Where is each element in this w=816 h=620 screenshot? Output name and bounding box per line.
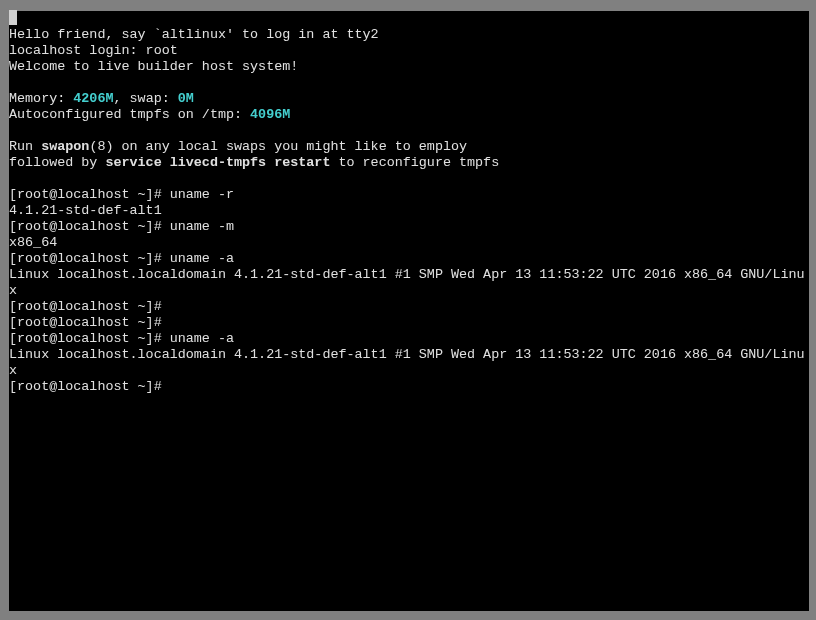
cursor <box>9 10 17 25</box>
tty-screen[interactable]: Hello friend, say `altlinux' to log in a… <box>9 11 809 611</box>
terminal-line: Linux localhost.localdomain 4.1.21-std-d… <box>9 347 809 379</box>
text-run: 4206M <box>73 91 113 106</box>
terminal-line: Memory: 4206M, swap: 0M <box>9 91 809 107</box>
terminal-line <box>9 75 809 91</box>
terminal-line: [root@localhost ~]# <box>9 315 809 331</box>
terminal-line: 4.1.21-std-def-alt1 <box>9 203 809 219</box>
text-run: [root@localhost ~]# uname -r <box>9 187 234 202</box>
text-run: (8) on any local swaps you might like to… <box>89 139 467 154</box>
text-run: [root@localhost ~]# <box>9 379 170 394</box>
terminal-line: [root@localhost ~]# uname -a <box>9 251 809 267</box>
terminal-line: [root@localhost ~]# uname -m <box>9 219 809 235</box>
text-run: [root@localhost ~]# <box>9 315 170 330</box>
terminal-line <box>9 123 809 139</box>
text-run: [root@localhost ~]# uname -a <box>9 331 234 346</box>
text-run: swapon <box>41 139 89 154</box>
text-run: [root@localhost ~]# <box>9 299 170 314</box>
text-run: to reconfigure tmpfs <box>330 155 499 170</box>
terminal-line: Run swapon(8) on any local swaps you mig… <box>9 139 809 155</box>
text-run: service livecd-tmpfs restart <box>105 155 330 170</box>
text-run: [root@localhost ~]# uname -m <box>9 219 234 234</box>
terminal-line: localhost login: root <box>9 43 809 59</box>
text-run: followed by <box>9 155 105 170</box>
terminal-line: followed by service livecd-tmpfs restart… <box>9 155 809 171</box>
text-run: 4.1.21-std-def-alt1 <box>9 203 162 218</box>
text-run: Run <box>9 139 41 154</box>
terminal-line: [root@localhost ~]# uname -r <box>9 187 809 203</box>
terminal-line: Hello friend, say `altlinux' to log in a… <box>9 27 809 43</box>
text-run: Welcome to live builder host system! <box>9 59 298 74</box>
text-run: 0M <box>178 91 194 106</box>
text-run: Memory: <box>9 91 73 106</box>
terminal-line: Autoconfigured tmpfs on /tmp: 4096M <box>9 107 809 123</box>
terminal-line: [root@localhost ~]# <box>9 379 809 395</box>
text-run: , swap: <box>113 91 177 106</box>
text-run: [root@localhost ~]# uname -a <box>9 251 234 266</box>
terminal-line: [root@localhost ~]# uname -a <box>9 331 809 347</box>
text-run: Linux localhost.localdomain 4.1.21-std-d… <box>9 267 805 298</box>
text-run: Autoconfigured tmpfs on /tmp: <box>9 107 250 122</box>
text-run: 4096M <box>250 107 290 122</box>
terminal-line: x86_64 <box>9 235 809 251</box>
terminal-line <box>9 171 809 187</box>
terminal-line: Welcome to live builder host system! <box>9 59 809 75</box>
terminal-line: Linux localhost.localdomain 4.1.21-std-d… <box>9 267 809 299</box>
terminal-line: [root@localhost ~]# <box>9 299 809 315</box>
text-run: Hello friend, say `altlinux' to log in a… <box>9 27 379 42</box>
text-run: localhost login: root <box>9 43 178 58</box>
text-run: Linux localhost.localdomain 4.1.21-std-d… <box>9 347 805 378</box>
text-run: x86_64 <box>9 235 57 250</box>
